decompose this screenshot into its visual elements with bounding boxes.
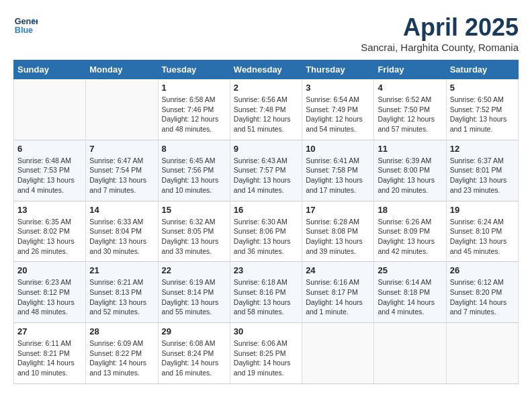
day-number: 12: [450, 144, 515, 154]
subtitle: Sancrai, Harghita County, Romania: [361, 42, 519, 53]
weekday-header: Friday: [374, 60, 446, 79]
calendar-week-row: 13Sunrise: 6:35 AMSunset: 8:02 PMDayligh…: [14, 201, 519, 262]
month-title: April 2025: [361, 13, 519, 42]
page-header: General Blue April 2025 Sancrai, Harghit…: [13, 13, 519, 53]
day-number: 25: [378, 265, 442, 275]
calendar-cell: 12Sunrise: 6:37 AMSunset: 8:01 PMDayligh…: [446, 140, 518, 201]
calendar-cell: 11Sunrise: 6:39 AMSunset: 8:00 PMDayligh…: [374, 140, 446, 201]
day-number: 30: [234, 326, 298, 336]
calendar-cell: 4Sunrise: 6:52 AMSunset: 7:50 PMDaylight…: [374, 79, 446, 140]
day-number: 2: [234, 83, 298, 93]
day-number: 26: [450, 265, 515, 275]
weekday-header: Sunday: [14, 60, 86, 79]
calendar-week-row: 1Sunrise: 6:58 AMSunset: 7:46 PMDaylight…: [14, 79, 519, 140]
day-info: Sunrise: 6:06 AMSunset: 8:25 PMDaylight:…: [234, 338, 298, 378]
weekday-header: Saturday: [446, 60, 518, 79]
day-info: Sunrise: 6:58 AMSunset: 7:46 PMDaylight:…: [162, 95, 226, 134]
day-number: 18: [378, 205, 442, 215]
day-info: Sunrise: 6:47 AMSunset: 7:54 PMDaylight:…: [89, 156, 154, 195]
day-info: Sunrise: 6:39 AMSunset: 8:00 PMDaylight:…: [378, 156, 442, 195]
calendar-cell: [446, 323, 518, 384]
day-number: 16: [234, 205, 298, 215]
day-number: 27: [17, 326, 82, 336]
day-info: Sunrise: 6:26 AMSunset: 8:09 PMDaylight:…: [378, 217, 442, 257]
day-info: Sunrise: 6:18 AMSunset: 8:16 PMDaylight:…: [234, 277, 298, 317]
day-info: Sunrise: 6:16 AMSunset: 8:17 PMDaylight:…: [306, 277, 370, 317]
day-number: 11: [378, 144, 442, 154]
calendar-cell: 28Sunrise: 6:09 AMSunset: 8:22 PMDayligh…: [86, 323, 158, 384]
day-info: Sunrise: 6:56 AMSunset: 7:48 PMDaylight:…: [234, 95, 298, 134]
calendar-cell: [86, 79, 158, 140]
day-number: 3: [306, 83, 370, 93]
day-info: Sunrise: 6:19 AMSunset: 8:14 PMDaylight:…: [162, 277, 226, 317]
calendar-cell: 22Sunrise: 6:19 AMSunset: 8:14 PMDayligh…: [158, 262, 230, 323]
logo: General Blue: [13, 13, 38, 38]
calendar-cell: 24Sunrise: 6:16 AMSunset: 8:17 PMDayligh…: [302, 262, 374, 323]
day-number: 6: [17, 144, 82, 154]
weekday-header: Thursday: [302, 60, 374, 79]
day-info: Sunrise: 6:09 AMSunset: 8:22 PMDaylight:…: [89, 338, 154, 378]
day-info: Sunrise: 6:48 AMSunset: 7:53 PMDaylight:…: [17, 156, 82, 195]
day-info: Sunrise: 6:08 AMSunset: 8:24 PMDaylight:…: [162, 338, 226, 378]
calendar-week-row: 27Sunrise: 6:11 AMSunset: 8:21 PMDayligh…: [14, 323, 519, 384]
calendar-cell: 8Sunrise: 6:45 AMSunset: 7:56 PMDaylight…: [158, 140, 230, 201]
day-info: Sunrise: 6:23 AMSunset: 8:12 PMDaylight:…: [17, 277, 82, 317]
day-number: 15: [162, 205, 226, 215]
calendar-cell: 17Sunrise: 6:28 AMSunset: 8:08 PMDayligh…: [302, 201, 374, 262]
calendar-cell: 6Sunrise: 6:48 AMSunset: 7:53 PMDaylight…: [14, 140, 86, 201]
calendar-cell: 13Sunrise: 6:35 AMSunset: 8:02 PMDayligh…: [14, 201, 86, 262]
day-info: Sunrise: 6:45 AMSunset: 7:56 PMDaylight:…: [162, 156, 226, 195]
day-number: 28: [89, 326, 154, 336]
day-info: Sunrise: 6:35 AMSunset: 8:02 PMDaylight:…: [17, 217, 82, 257]
calendar-cell: [302, 323, 374, 384]
day-info: Sunrise: 6:21 AMSunset: 8:13 PMDaylight:…: [89, 277, 154, 317]
day-number: 10: [306, 144, 370, 154]
day-info: Sunrise: 6:32 AMSunset: 8:05 PMDaylight:…: [162, 217, 226, 257]
calendar-cell: 21Sunrise: 6:21 AMSunset: 8:13 PMDayligh…: [86, 262, 158, 323]
calendar-cell: 1Sunrise: 6:58 AMSunset: 7:46 PMDaylight…: [158, 79, 230, 140]
calendar-cell: 29Sunrise: 6:08 AMSunset: 8:24 PMDayligh…: [158, 323, 230, 384]
day-info: Sunrise: 6:12 AMSunset: 8:20 PMDaylight:…: [450, 277, 515, 317]
day-info: Sunrise: 6:50 AMSunset: 7:52 PMDaylight:…: [450, 95, 515, 134]
day-info: Sunrise: 6:11 AMSunset: 8:21 PMDaylight:…: [17, 338, 82, 378]
day-number: 14: [89, 205, 154, 215]
day-number: 29: [162, 326, 226, 336]
day-number: 1: [162, 83, 226, 93]
day-number: 22: [162, 265, 226, 275]
day-number: 21: [89, 265, 154, 275]
calendar-cell: 7Sunrise: 6:47 AMSunset: 7:54 PMDaylight…: [86, 140, 158, 201]
day-info: Sunrise: 6:24 AMSunset: 8:10 PMDaylight:…: [450, 217, 515, 257]
weekday-header: Wednesday: [230, 60, 302, 79]
calendar-week-row: 6Sunrise: 6:48 AMSunset: 7:53 PMDaylight…: [14, 140, 519, 201]
day-info: Sunrise: 6:54 AMSunset: 7:49 PMDaylight:…: [306, 95, 370, 134]
calendar-cell: 23Sunrise: 6:18 AMSunset: 8:16 PMDayligh…: [230, 262, 302, 323]
logo-icon: General Blue: [13, 13, 38, 38]
day-info: Sunrise: 6:37 AMSunset: 8:01 PMDaylight:…: [450, 156, 515, 195]
calendar-cell: 20Sunrise: 6:23 AMSunset: 8:12 PMDayligh…: [14, 262, 86, 323]
day-number: 5: [450, 83, 515, 93]
day-number: 9: [234, 144, 298, 154]
weekday-header-row: SundayMondayTuesdayWednesdayThursdayFrid…: [14, 60, 519, 79]
calendar-cell: 2Sunrise: 6:56 AMSunset: 7:48 PMDaylight…: [230, 79, 302, 140]
calendar-cell: 5Sunrise: 6:50 AMSunset: 7:52 PMDaylight…: [446, 79, 518, 140]
calendar-cell: [374, 323, 446, 384]
calendar-cell: [14, 79, 86, 140]
calendar-cell: 27Sunrise: 6:11 AMSunset: 8:21 PMDayligh…: [14, 323, 86, 384]
calendar-cell: 15Sunrise: 6:32 AMSunset: 8:05 PMDayligh…: [158, 201, 230, 262]
day-info: Sunrise: 6:30 AMSunset: 8:06 PMDaylight:…: [234, 217, 298, 257]
day-number: 24: [306, 265, 370, 275]
calendar-cell: 9Sunrise: 6:43 AMSunset: 7:57 PMDaylight…: [230, 140, 302, 201]
calendar-cell: 14Sunrise: 6:33 AMSunset: 8:04 PMDayligh…: [86, 201, 158, 262]
day-number: 19: [450, 205, 515, 215]
calendar-week-row: 20Sunrise: 6:23 AMSunset: 8:12 PMDayligh…: [14, 262, 519, 323]
day-number: 4: [378, 83, 442, 93]
day-info: Sunrise: 6:43 AMSunset: 7:57 PMDaylight:…: [234, 156, 298, 195]
calendar-cell: 19Sunrise: 6:24 AMSunset: 8:10 PMDayligh…: [446, 201, 518, 262]
day-info: Sunrise: 6:28 AMSunset: 8:08 PMDaylight:…: [306, 217, 370, 257]
calendar-cell: 26Sunrise: 6:12 AMSunset: 8:20 PMDayligh…: [446, 262, 518, 323]
svg-text:Blue: Blue: [15, 26, 33, 35]
title-block: April 2025 Sancrai, Harghita County, Rom…: [361, 13, 519, 53]
day-number: 23: [234, 265, 298, 275]
calendar-cell: 10Sunrise: 6:41 AMSunset: 7:58 PMDayligh…: [302, 140, 374, 201]
day-number: 13: [17, 205, 82, 215]
